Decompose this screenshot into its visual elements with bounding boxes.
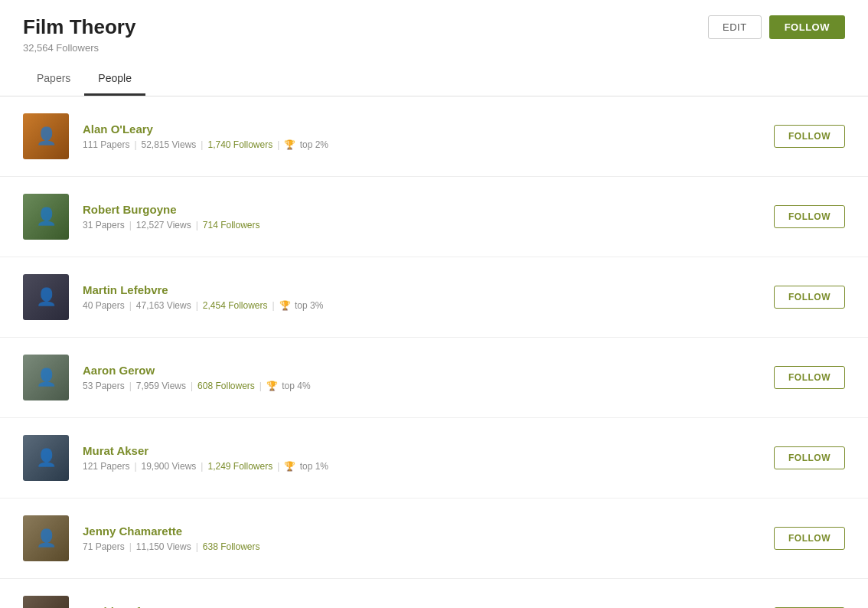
avatar: 👤 xyxy=(23,515,69,561)
views-count: 11,150 Views xyxy=(136,541,191,552)
people-list: 👤 Alan O'Leary 111 Papers | 52,815 Views… xyxy=(0,96,868,608)
papers-count: 121 Papers xyxy=(83,461,129,472)
views-count: 47,163 Views xyxy=(136,300,191,311)
followers-count: 714 Followers xyxy=(203,220,260,230)
page-header: Film Theory 32,564 Followers EDIT FOLLOW… xyxy=(0,0,868,96)
top-badge: 🏆 top 2% xyxy=(284,139,328,150)
person-left: 👤 Robert Burgoyne 31 Papers | 12,527 Vie… xyxy=(23,194,260,240)
person-info: David Sorfa 56 Papers | 59,748 Views | 1… xyxy=(83,605,323,608)
title-section: Film Theory 32,564 Followers xyxy=(23,15,135,54)
views-count: 19,900 Views xyxy=(142,461,197,472)
avatar: 👤 xyxy=(23,113,69,159)
follow-person-button[interactable]: FOLLOW xyxy=(774,205,845,228)
person-left: 👤 Jenny Chamarette 71 Papers | 11,150 Vi… xyxy=(23,515,260,561)
follow-person-button[interactable]: FOLLOW xyxy=(774,366,845,389)
person-item: 👤 Alan O'Leary 111 Papers | 52,815 Views… xyxy=(0,96,868,177)
papers-count: 53 Papers xyxy=(83,381,125,391)
follow-person-button[interactable]: FOLLOW xyxy=(774,446,845,469)
follow-person-button[interactable]: FOLLOW xyxy=(774,125,845,148)
top-badge: 🏆 top 4% xyxy=(266,381,311,391)
person-left: 👤 Alan O'Leary 111 Papers | 52,815 Views… xyxy=(23,113,328,159)
person-name: Jenny Chamarette xyxy=(83,525,260,538)
person-info: Aaron Gerow 53 Papers | 7,959 Views | 60… xyxy=(83,364,311,391)
person-info: Robert Burgoyne 31 Papers | 12,527 Views… xyxy=(83,203,260,230)
followers-count: 2,454 Followers xyxy=(203,300,268,311)
follow-person-button[interactable]: FOLLOW xyxy=(774,527,845,550)
views-count: 7,959 Views xyxy=(136,381,186,391)
followers-count: 1,740 Followers xyxy=(207,139,272,150)
person-left: 👤 Martin Lefebvre 40 Papers | 47,163 Vie… xyxy=(23,274,323,320)
top-badge: 🏆 top 1% xyxy=(284,461,328,472)
person-stats: 71 Papers | 11,150 Views | 638 Followers xyxy=(83,541,260,552)
views-count: 52,815 Views xyxy=(142,139,197,150)
followers-count: 638 Followers xyxy=(203,541,260,552)
tabs-nav: Papers People xyxy=(23,63,845,96)
trophy-icon: 🏆 xyxy=(284,139,295,150)
person-name: Robert Burgoyne xyxy=(83,203,260,216)
trophy-icon: 🏆 xyxy=(279,300,291,311)
person-item: 👤 Jenny Chamarette 71 Papers | 11,150 Vi… xyxy=(0,498,868,579)
follow-person-button[interactable]: FOLLOW xyxy=(774,286,845,309)
person-left: 👤 David Sorfa 56 Papers | 59,748 Views |… xyxy=(23,596,323,608)
avatar: 👤 xyxy=(23,194,69,240)
person-stats: 53 Papers | 7,959 Views | 608 Followers … xyxy=(83,381,311,391)
person-stats: 31 Papers | 12,527 Views | 714 Followers xyxy=(83,220,260,230)
trophy-icon: 🏆 xyxy=(284,461,295,472)
person-info: Martin Lefebvre 40 Papers | 47,163 Views… xyxy=(83,283,323,311)
person-name: Martin Lefebvre xyxy=(83,283,323,296)
avatar: 👤 xyxy=(23,355,69,400)
person-info: Alan O'Leary 111 Papers | 52,815 Views |… xyxy=(83,123,328,150)
person-item: 👤 Robert Burgoyne 31 Papers | 12,527 Vie… xyxy=(0,177,868,257)
person-item: 👤 Murat Akser 121 Papers | 19,900 Views … xyxy=(0,418,868,498)
person-name: David Sorfa xyxy=(83,605,323,608)
tab-papers[interactable]: Papers xyxy=(23,63,84,96)
header-actions: EDIT FOLLOW xyxy=(708,15,845,39)
person-left: 👤 Murat Akser 121 Papers | 19,900 Views … xyxy=(23,435,328,481)
person-left: 👤 Aaron Gerow 53 Papers | 7,959 Views | … xyxy=(23,355,311,400)
person-stats: 121 Papers | 19,900 Views | 1,249 Follow… xyxy=(83,461,328,472)
person-name: Alan O'Leary xyxy=(83,123,328,136)
top-badge: 🏆 top 3% xyxy=(279,300,324,311)
person-item: 👤 Martin Lefebvre 40 Papers | 47,163 Vie… xyxy=(0,257,868,338)
avatar: 👤 xyxy=(23,435,69,481)
avatar: 👤 xyxy=(23,274,69,320)
person-stats: 40 Papers | 47,163 Views | 2,454 Followe… xyxy=(83,300,323,311)
person-name: Murat Akser xyxy=(83,444,328,457)
trophy-icon: 🏆 xyxy=(266,381,278,391)
page-title: Film Theory xyxy=(23,15,135,39)
person-stats: 111 Papers | 52,815 Views | 1,740 Follow… xyxy=(83,139,328,150)
followers-count: 608 Followers xyxy=(197,381,255,391)
avatar: 👤 xyxy=(23,596,69,608)
followers-count: 1,249 Followers xyxy=(207,461,272,472)
follow-topic-button[interactable]: FOLLOW xyxy=(769,15,845,39)
tab-people[interactable]: People xyxy=(84,63,145,96)
person-item: 👤 David Sorfa 56 Papers | 59,748 Views |… xyxy=(0,579,868,608)
person-item: 👤 Aaron Gerow 53 Papers | 7,959 Views | … xyxy=(0,338,868,418)
person-info: Murat Akser 121 Papers | 19,900 Views | … xyxy=(83,444,328,472)
person-info: Jenny Chamarette 71 Papers | 11,150 View… xyxy=(83,525,260,552)
followers-count: 32,564 Followers xyxy=(23,42,135,54)
papers-count: 111 Papers xyxy=(83,139,129,150)
papers-count: 31 Papers xyxy=(83,220,125,230)
papers-count: 40 Papers xyxy=(83,300,125,311)
papers-count: 71 Papers xyxy=(83,541,125,552)
edit-button[interactable]: EDIT xyxy=(708,15,762,39)
person-name: Aaron Gerow xyxy=(83,364,311,377)
views-count: 12,527 Views xyxy=(136,220,191,230)
